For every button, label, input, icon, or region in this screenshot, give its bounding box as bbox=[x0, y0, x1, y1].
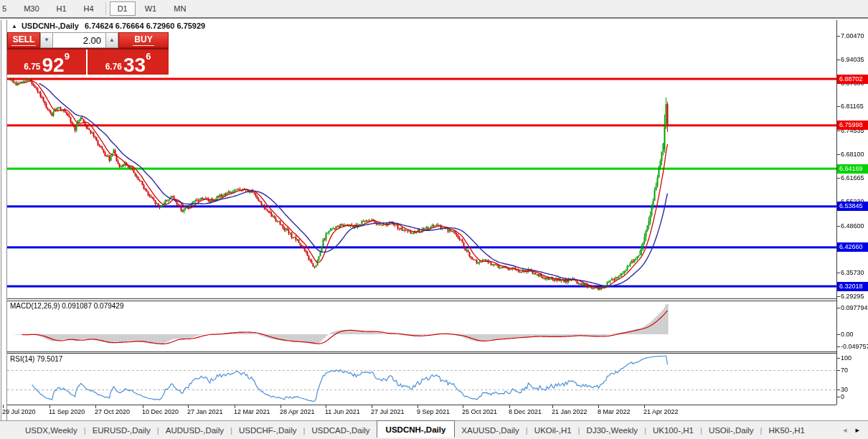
sell-price-point: 9 bbox=[65, 51, 70, 62]
toolbar-separator bbox=[105, 2, 106, 15]
date-axis-label: 29 Jul 2020 bbox=[2, 408, 36, 415]
tab-scroll-buttons: ◂▸ bbox=[839, 425, 868, 435]
timeframe-button-h1[interactable]: H1 bbox=[49, 1, 75, 16]
tab-usoil-daily[interactable]: USOil-,Daily bbox=[702, 426, 760, 435]
timeframe-button-m30[interactable]: M30 bbox=[16, 1, 47, 16]
buy-price-pips: 33 bbox=[123, 57, 146, 73]
price-level-label: 6.88702 bbox=[837, 75, 868, 84]
trading-terminal: 5M30H1H4D1W1MN ▲ USDCNH-,Daily 6.74624 6… bbox=[0, 0, 868, 439]
price-axis-tick-label: 6.29295 bbox=[841, 293, 864, 300]
chart-title-bar: ▲ USDCNH-,Daily 6.74624 6.76664 6.72960 … bbox=[9, 21, 205, 31]
volume-decrease-button[interactable]: ▼ bbox=[40, 32, 53, 48]
tab-usdcad-daily[interactable]: USDCAD-,Daily bbox=[305, 426, 376, 435]
tab-scroll-left-icon[interactable]: ◂ bbox=[839, 425, 852, 435]
chart-canvas[interactable] bbox=[0, 20, 868, 420]
one-click-trade-panel: SELL ▼ ▲ BUY 6.75 92 9 6.76 33 6 bbox=[7, 32, 169, 75]
tab-usdx-weekly[interactable]: USDX,Weekly bbox=[19, 426, 84, 435]
tab-usdcnh-daily[interactable]: USDCNH-,Daily bbox=[377, 420, 456, 438]
timeframe-button-5[interactable]: 5 bbox=[0, 1, 14, 16]
date-axis-label: 12 Mar 2021 bbox=[234, 408, 270, 415]
sell-button[interactable]: SELL bbox=[7, 32, 40, 48]
rsi-axis-tick-label: 70 bbox=[841, 367, 848, 374]
rsi-axis-tick-label: 30 bbox=[841, 386, 848, 393]
price-axis-tick-label: 6.61665 bbox=[841, 174, 864, 181]
sell-button-label: SELL bbox=[11, 34, 37, 46]
buy-button-label: BUY bbox=[133, 34, 154, 46]
tab-dj30-weekly[interactable]: DJ30-,Weekly bbox=[580, 426, 644, 435]
price-level-label: 6.32018 bbox=[837, 282, 868, 291]
date-axis-label: 11 Jun 2021 bbox=[325, 408, 360, 415]
timeframe-button-mn[interactable]: MN bbox=[166, 1, 194, 16]
price-axis-tick-label: 6.81165 bbox=[841, 103, 864, 110]
price-level-label: 6.75998 bbox=[837, 121, 868, 130]
date-axis-label: 11 Sep 2020 bbox=[49, 408, 85, 415]
macd-axis-tick-label: 0.00 bbox=[841, 331, 854, 338]
tab-ukoil-h1[interactable]: UKOil-,H1 bbox=[528, 426, 578, 435]
collapse-arrow-icon[interactable]: ▲ bbox=[11, 23, 17, 29]
rsi-indicator-label: RSI(14) 79.5017 bbox=[10, 355, 62, 363]
price-level-label: 6.64169 bbox=[837, 164, 868, 174]
timeframe-button-w1[interactable]: W1 bbox=[137, 1, 165, 16]
date-axis-label: 10 Dec 2020 bbox=[142, 408, 179, 415]
date-axis-label: 27 Jul 2021 bbox=[371, 408, 405, 415]
tab-uk100-h1[interactable]: UK100-,H1 bbox=[646, 426, 700, 435]
buy-price-display[interactable]: 6.76 33 6 bbox=[88, 49, 169, 75]
date-axis-label: 8 Dec 2021 bbox=[509, 408, 542, 415]
macd-indicator-label: MACD(12,26,9) 0.091087 0.079429 bbox=[10, 302, 123, 310]
chart-ohlc-values: 6.74624 6.76664 6.72960 6.75929 bbox=[85, 22, 205, 30]
price-level-label: 6.42660 bbox=[837, 242, 868, 252]
sell-price-prefix: 6.75 bbox=[24, 62, 40, 73]
date-axis-label: 8 Mar 2022 bbox=[598, 408, 631, 415]
date-axis-label: 9 Sep 2021 bbox=[417, 408, 450, 415]
price-axis-tick-label: 7.00470 bbox=[841, 32, 864, 39]
tab-scroll-right-icon[interactable]: ▸ bbox=[851, 425, 864, 435]
rsi-axis-tick-label: 100 bbox=[841, 354, 852, 362]
tab-xauusd-daily[interactable]: XAUUSD-,Daily bbox=[455, 426, 526, 435]
buy-price-point: 6 bbox=[146, 51, 151, 62]
buy-button[interactable]: BUY bbox=[118, 32, 169, 48]
buy-price-prefix: 6.76 bbox=[105, 62, 122, 73]
rsi-axis-tick-label: 0 bbox=[841, 393, 844, 400]
volume-increase-button[interactable]: ▲ bbox=[105, 32, 118, 48]
tab-hk50-h1[interactable]: HK50-,H1 bbox=[763, 426, 812, 435]
sell-price-pips: 92 bbox=[42, 57, 64, 73]
price-level-label: 6.53845 bbox=[837, 202, 868, 211]
price-axis-tick-label: 6.68100 bbox=[841, 151, 864, 158]
date-axis-label: 27 Jan 2021 bbox=[187, 408, 223, 415]
price-axis-tick-label: 6.94035 bbox=[841, 56, 864, 63]
sell-price-display[interactable]: 6.75 92 9 bbox=[7, 49, 86, 75]
timeframe-toolbar: 5M30H1H4D1W1MN bbox=[0, 0, 868, 19]
date-axis-label: 28 Apr 2021 bbox=[280, 408, 315, 415]
timeframe-button-d1[interactable]: D1 bbox=[110, 1, 136, 16]
chart-tab-bar: USDX,Weekly|EURUSD-,Daily|AUDUSD-,Daily|… bbox=[0, 420, 868, 439]
date-axis-label: 21 Jan 2022 bbox=[552, 408, 588, 415]
price-axis-tick-label: 6.35730 bbox=[841, 269, 864, 276]
volume-input[interactable] bbox=[53, 32, 105, 48]
date-axis-label: 27 Oct 2020 bbox=[95, 408, 130, 415]
timeframe-button-h4[interactable]: H4 bbox=[76, 1, 102, 16]
chart-symbol-title: USDCNH-,Daily bbox=[22, 22, 79, 30]
tab-eurusd-daily[interactable]: EURUSD-,Daily bbox=[86, 426, 157, 435]
macd-axis-tick-label: 0.097794 bbox=[841, 304, 868, 311]
tab-usdchf-daily[interactable]: USDCHF-,Daily bbox=[232, 426, 303, 435]
tab-audusd-daily[interactable]: AUDUSD-,Daily bbox=[159, 426, 230, 435]
date-axis-label: 25 Oct 2021 bbox=[462, 408, 497, 415]
price-axis-tick-label: 6.48600 bbox=[841, 222, 864, 230]
date-axis-label: 21 Apr 2022 bbox=[643, 408, 679, 415]
macd-axis-tick-label: -0.049757 bbox=[841, 343, 868, 350]
